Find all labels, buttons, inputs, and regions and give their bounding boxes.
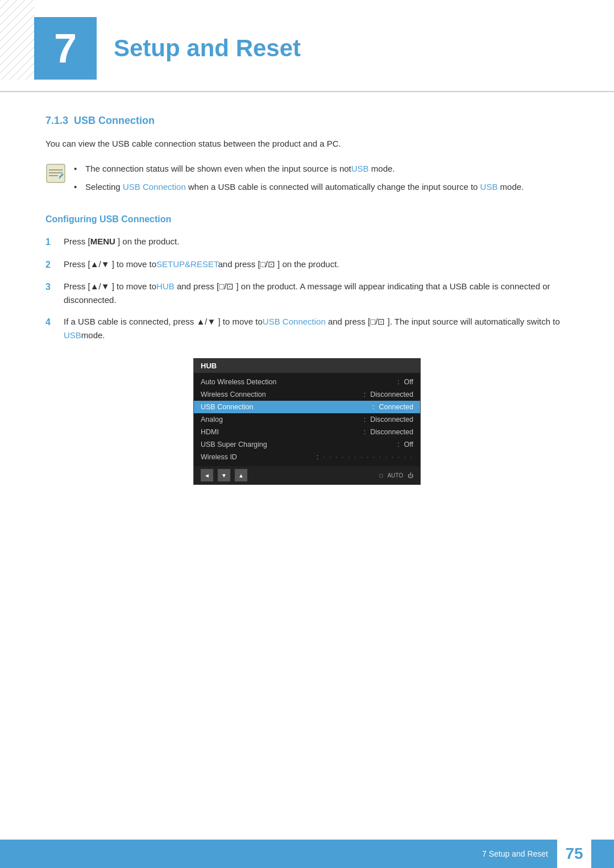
nav-btn-down[interactable]: ▼	[218, 469, 230, 481]
corner-decoration	[0, 0, 34, 80]
hub-menu-row-selected: USB Connection : Connected	[194, 401, 420, 413]
hub-menu-container: HUB Auto Wireless Detection : Off Wirele…	[45, 358, 569, 485]
main-content: 7.1.3 USB Connection You can view the US…	[0, 115, 614, 485]
section-heading: 7.1.3 USB Connection	[45, 115, 569, 127]
hub-menu-row: Auto Wireless Detection : Off	[194, 376, 420, 388]
hub-menu-nav: ◄ ▼ ▲ □ AUTO ⏻	[194, 466, 420, 484]
hub-menu-row: HDMI : Disconnected	[194, 426, 420, 438]
chapter-number: 7	[34, 17, 97, 80]
note-item-2: Selecting USB Connection when a USB cabl…	[74, 180, 524, 194]
step-3: 3 Press [▲/▼ ] to move toHUB and press […	[45, 280, 569, 307]
hub-menu: HUB Auto Wireless Detection : Off Wirele…	[193, 358, 421, 485]
hub-menu-row-wireless-id: Wireless ID : · · · · · · · · · · · · · …	[194, 451, 420, 463]
hub-menu-row: USB Super Charging : Off	[194, 438, 420, 451]
page-header: 7 Setup and Reset	[0, 0, 614, 92]
note-item-1: The connection status will be shown even…	[74, 162, 524, 176]
step-1: 1 Press [MENU ] on the product.	[45, 235, 569, 250]
section-description: You can view the USB cable connection st…	[45, 137, 569, 151]
hub-menu-row: Wireless Connection : Disconnected	[194, 388, 420, 401]
nav-btn-up[interactable]: ▲	[235, 469, 247, 481]
footer-page-number: 75	[557, 840, 591, 868]
page-footer: 7 Setup and Reset 75	[0, 840, 614, 868]
footer-section-label: 7 Setup and Reset	[482, 849, 548, 858]
chapter-title: Setup and Reset	[114, 35, 301, 62]
svg-rect-1	[0, 0, 34, 80]
note-icon	[45, 163, 66, 184]
hub-menu-row: Analog : Disconnected	[194, 413, 420, 426]
hub-menu-title: HUB	[194, 359, 420, 373]
steps-list: 1 Press [MENU ] on the product. 2 Press …	[45, 235, 569, 342]
hub-menu-items: Auto Wireless Detection : Off Wireless C…	[194, 373, 420, 466]
step-2: 2 Press [▲/▼ ] to move toSETUP&RESETand …	[45, 258, 569, 272]
notes-list: The connection status will be shown even…	[74, 162, 524, 198]
note-block: The connection status will be shown even…	[45, 162, 569, 198]
step-4: 4 If a USB cable is connected, press ▲/▼…	[45, 315, 569, 342]
sub-section-heading: Configuring USB Connection	[45, 214, 569, 225]
nav-btn-left[interactable]: ◄	[201, 469, 213, 481]
svg-rect-2	[47, 164, 65, 182]
